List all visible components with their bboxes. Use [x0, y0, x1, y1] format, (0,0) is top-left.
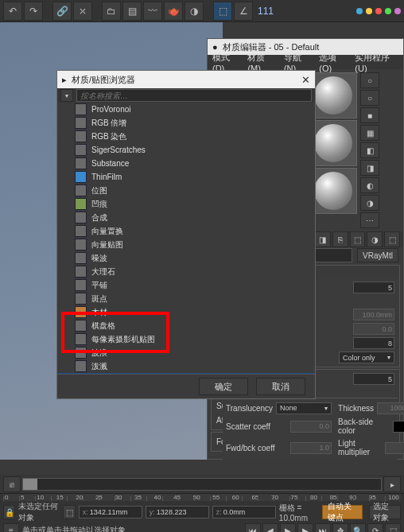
browser-item-label: 向量置换	[91, 226, 123, 237]
coord-icon[interactable]: ⬚	[63, 505, 75, 519]
tool-layer-icon[interactable]: ▤	[122, 2, 142, 21]
lock-icon[interactable]: 🔒	[3, 505, 15, 519]
light-icon	[375, 8, 382, 14]
sample-tool-icon[interactable]: ◨	[360, 160, 379, 176]
mat-tool-icon[interactable]: ⬚	[384, 231, 400, 247]
track-btn-icon[interactable]: ⎚	[3, 476, 21, 492]
browser-item[interactable]: 平铺	[57, 278, 315, 292]
tool-scene-icon[interactable]: 🗀	[102, 2, 121, 21]
coord-y[interactable]: y:1328.223	[146, 506, 209, 518]
cancel-button[interactable]: 取消	[256, 378, 305, 395]
dim-falloff-spinner[interactable]: 0.0	[353, 323, 394, 335]
nav-pan-icon[interactable]: ✥	[332, 523, 348, 532]
map-icon	[75, 333, 87, 345]
tool-material-icon[interactable]: ◑	[185, 2, 204, 21]
param-label: Fwd/bck coeff	[226, 444, 287, 452]
ok-button[interactable]: 确定	[199, 378, 248, 395]
sample-tool-icon[interactable]: ▦	[360, 125, 379, 141]
tool-render-icon[interactable]: 🫖	[164, 2, 183, 21]
browser-titlebar[interactable]: ▸ 材质/贴图浏览器 ✕	[57, 71, 315, 88]
tool-undo-icon[interactable]: ↶	[3, 2, 22, 21]
subdivs-spinner[interactable]: 8	[353, 337, 394, 349]
separator	[205, 2, 212, 20]
time-range[interactable]	[22, 478, 382, 491]
sample-slot[interactable]	[309, 120, 357, 166]
close-icon[interactable]: ✕	[301, 74, 310, 86]
browser-item[interactable]: 向量置换	[57, 224, 315, 238]
browser-item[interactable]: 每像素摄影机贴图	[57, 332, 315, 346]
nav-orbit-icon[interactable]: ⟳	[367, 523, 383, 532]
script-icon[interactable]: ≡	[3, 523, 19, 532]
browser-item[interactable]: 渐变	[57, 373, 315, 374]
nav-max-icon[interactable]: ⬚	[385, 523, 401, 532]
browser-item[interactable]: 位图	[57, 184, 315, 197]
browser-item[interactable]: 木材	[57, 305, 315, 319]
scatter-spinner[interactable]: 0.0	[290, 421, 332, 433]
thickness-spinner[interactable]: 1000.0mm	[377, 402, 404, 414]
sample-tool-icon[interactable]: ⋯	[360, 212, 379, 228]
translucency-dropdown[interactable]: None	[276, 402, 332, 414]
nav-zoom-icon[interactable]: 🔍	[350, 523, 366, 532]
refr-max-depth-spinner[interactable]: 5	[353, 373, 394, 385]
browser-list[interactable]: ProVoronoiRGB 倍增RGB 染色SigerScratchesSubs…	[57, 103, 315, 374]
mat-tool-icon[interactable]: ◨	[315, 231, 331, 247]
browser-item[interactable]: ProVoronoi	[57, 103, 315, 116]
browser-item[interactable]: 波浪	[57, 346, 315, 359]
map-icon	[75, 157, 87, 169]
sample-tool-icon[interactable]: ◐	[360, 177, 379, 193]
window-icon: ●	[212, 42, 218, 52]
tool-unlink-icon[interactable]: ⤫	[73, 2, 92, 21]
browser-item[interactable]: 噪波	[57, 251, 315, 265]
dim-distance-spinner[interactable]: 100.0mm	[353, 309, 394, 320]
sample-tool-icon[interactable]: ◑	[360, 195, 379, 211]
play-end-icon[interactable]: ⏭	[315, 523, 331, 532]
mat-tool-icon[interactable]: ⬚	[350, 231, 366, 247]
mat-tool-icon[interactable]: ⎘	[332, 231, 348, 247]
menu-utilities[interactable]: 实用程序(U)	[355, 52, 398, 73]
browser-item[interactable]: Substance	[57, 157, 315, 170]
max-depth-spinner[interactable]: 5	[353, 282, 394, 293]
sample-tool-icon[interactable]: ○	[360, 90, 379, 106]
search-input[interactable]	[76, 89, 312, 102]
browser-item[interactable]: 凹痕	[57, 197, 315, 211]
play-next-icon[interactable]: ▶	[297, 523, 313, 532]
sample-tool-icon[interactable]: ○	[360, 72, 379, 88]
sample-tool-icon[interactable]: ◧	[360, 142, 379, 158]
browser-item[interactable]: 斑点	[57, 292, 315, 305]
coord-x[interactable]: x:1342.11mm	[79, 506, 142, 518]
separator	[45, 2, 51, 20]
browser-item[interactable]: SigerScratches	[57, 143, 315, 157]
browser-item[interactable]: 合成	[57, 211, 315, 224]
tool-curve-icon[interactable]: 〰	[143, 2, 162, 21]
browser-item[interactable]: ThinFilm	[57, 170, 315, 184]
browser-item[interactable]: 大理石	[57, 265, 315, 278]
browser-item[interactable]: 泼溅	[57, 359, 315, 373]
tool-angle-icon[interactable]: ∠	[234, 2, 253, 21]
tool-link-icon[interactable]: 🔗	[52, 2, 72, 21]
timeline[interactable]: 0510152025303540455055606570758085909510…	[3, 494, 401, 501]
play-start-icon[interactable]: ⏮	[245, 523, 261, 532]
fwdbck-spinner[interactable]: 1.0	[290, 442, 332, 454]
lightmult-spinner[interactable]: 1.0	[385, 442, 404, 454]
browser-item[interactable]: RGB 倍增	[57, 116, 315, 130]
track-end-icon[interactable]: ▸	[383, 476, 401, 492]
browser-item[interactable]: 向量贴图	[57, 238, 315, 251]
key-filter-button[interactable]: 选定对象	[369, 505, 401, 519]
menu-options[interactable]: 选项(O)	[319, 52, 347, 73]
coord-z[interactable]: z:0.0mm	[212, 506, 276, 518]
browser-item[interactable]: 棋盘格	[57, 319, 315, 332]
mat-tool-icon[interactable]: ◑	[367, 231, 383, 247]
material-type-button[interactable]: VRayMtl	[357, 248, 398, 262]
play-icon[interactable]: ▶	[280, 523, 296, 532]
sample-slot[interactable]	[309, 72, 357, 118]
browser-item[interactable]: RGB 染色	[57, 130, 315, 143]
search-options-icon[interactable]: ▾	[60, 89, 73, 102]
affect-channels-dropdown[interactable]: Color only	[339, 351, 394, 363]
sample-tool-icon[interactable]: ■	[360, 107, 379, 123]
backside-color-swatch[interactable]	[393, 421, 404, 433]
autokey-button[interactable]: 自动关键点	[322, 505, 363, 519]
play-prev-icon[interactable]: ◀	[262, 523, 278, 532]
sample-slot[interactable]	[309, 168, 357, 214]
tool-redo-icon[interactable]: ↷	[24, 2, 43, 21]
tool-snap-icon[interactable]: ⬚	[213, 2, 232, 21]
